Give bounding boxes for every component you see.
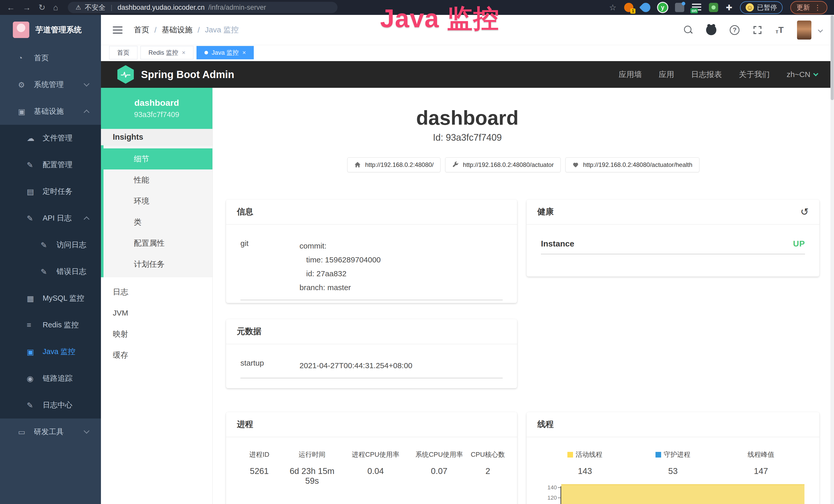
- sba-locale-select[interactable]: zh~CN: [787, 70, 817, 79]
- sidebar-item-infrastructure[interactable]: 基础设施: [0, 98, 101, 125]
- browser-update-button[interactable]: 更新: [790, 1, 827, 14]
- wrench-icon: [452, 161, 459, 168]
- extension-grid-icon[interactable]: [675, 3, 684, 12]
- sba-sidebar-item-jvm[interactable]: JVM: [101, 302, 213, 323]
- sidebar-item-system[interactable]: 系统管理: [0, 71, 101, 98]
- legend-item-live: 活动线程: [567, 450, 602, 459]
- puzzle-extension-icon[interactable]: [726, 3, 732, 12]
- health-url: http://192.168.0.2:48080/actuator/health: [583, 161, 693, 168]
- browser-reload-icon[interactable]: [39, 3, 45, 12]
- sidebar-item-home[interactable]: 首页: [0, 45, 101, 71]
- extension-colorpicker-icon[interactable]: 1: [624, 3, 633, 12]
- tab-java-monitor[interactable]: Java 监控 ×: [197, 46, 254, 59]
- sba-nav-about[interactable]: 关于我们: [739, 69, 770, 80]
- browser-home-icon[interactable]: [53, 3, 58, 12]
- process-card-body: 进程ID 运行时间 进程CPU使用率 系统CPU使用率 CPU核心数 5261 …: [226, 437, 517, 486]
- bookmark-star-icon[interactable]: [609, 3, 616, 12]
- breadcrumb-infrastructure[interactable]: 基础设施: [161, 25, 192, 35]
- sba-sidebar-item-caches[interactable]: 缓存: [101, 345, 213, 366]
- browser-menu-icon[interactable]: [814, 3, 821, 12]
- sidebar-item-api-logs[interactable]: API 日志: [0, 205, 101, 232]
- sidebar-item-config[interactable]: 配置管理: [0, 152, 101, 178]
- sidebar-item-error-logs[interactable]: 错误日志: [0, 258, 101, 285]
- page-subtitle: Id: 93a3fc7f7409: [157, 132, 778, 143]
- sidebar-item-java-monitor[interactable]: Java 监控: [0, 338, 101, 365]
- instance-heading: dashboard Id: 93a3fc7f7409: [157, 88, 778, 143]
- fullscreen-icon[interactable]: [753, 25, 762, 35]
- tab-home[interactable]: 首页: [109, 46, 137, 59]
- sidebar-item-mysql-monitor[interactable]: MySQL 监控: [0, 285, 101, 312]
- chart-y-axis: 140 120 100: [541, 483, 561, 504]
- sba-sidebar-item-config-props[interactable]: 配置属性: [104, 233, 213, 254]
- sba-sidebar-item-logs[interactable]: 日志: [101, 281, 213, 302]
- chevron-down-icon[interactable]: [818, 27, 823, 32]
- extension-list-icon[interactable]: on: [692, 4, 701, 11]
- app-logo: [13, 22, 29, 38]
- extension-y-icon[interactable]: y: [658, 3, 667, 12]
- live-threads-value: 143: [541, 466, 629, 476]
- sba-navbar: Spring Boot Admin 应用墙 应用 日志报表 关于我们 zh~CN: [101, 61, 834, 88]
- sba-sidebar-item-details[interactable]: 细节: [101, 148, 213, 169]
- sidebar-item-label: 访问日志: [57, 240, 86, 250]
- sba-nav-wallboard[interactable]: 应用墙: [618, 69, 642, 80]
- monitor-icon: [27, 347, 43, 357]
- sidebar-item-dev-tools[interactable]: 研发工具: [0, 418, 101, 445]
- help-icon[interactable]: ?: [730, 25, 740, 35]
- sba-sidebar-item-metrics[interactable]: 性能: [104, 169, 213, 190]
- git-branch-line: branch: master: [300, 281, 381, 295]
- browser-back-icon[interactable]: [7, 3, 15, 12]
- card-title: 元数据: [237, 326, 262, 337]
- app-sidebar: 芋道管理系统 首页 系统管理 基础设施 文件管理 配置管理: [0, 15, 101, 504]
- legend-item-daemon: 守护进程: [656, 450, 690, 459]
- sidebar-item-tracing[interactable]: 链路追踪: [0, 365, 101, 392]
- threads-legend: 活动线程 守护进程 线程峰值: [541, 450, 805, 459]
- github-icon[interactable]: [706, 25, 716, 35]
- sba-sidebar-item-mappings[interactable]: 映射: [101, 323, 213, 345]
- heartbeat-icon: [572, 161, 579, 168]
- chevron-down-icon: [84, 81, 90, 87]
- sidebar-item-label: 日志中心: [43, 400, 72, 410]
- threads-chart: 140 120 100: [541, 483, 805, 504]
- dashboard-icon: [18, 54, 34, 62]
- scrollbar-thumb[interactable]: [831, 16, 834, 100]
- cloud-upload-icon: [27, 134, 43, 143]
- extension-sprout-icon[interactable]: [709, 3, 718, 12]
- info-card-body: git commit: time: 1596289704000 id: 27aa…: [226, 225, 517, 300]
- history-icon[interactable]: [800, 207, 809, 217]
- chevron-up-icon: [84, 110, 90, 116]
- avatar[interactable]: [797, 21, 811, 40]
- hamburger-icon[interactable]: [113, 26, 123, 33]
- sba-nav-journal[interactable]: 日志报表: [691, 69, 722, 80]
- search-icon[interactable]: [684, 26, 693, 35]
- sba-sidebar-item-environment[interactable]: 环境: [104, 190, 213, 211]
- security-label: 不安全: [85, 3, 106, 12]
- process-card-header: 进程: [226, 412, 517, 437]
- tab-label: Java 监控: [212, 48, 239, 57]
- screen: 不安全 | dashboard.yudao.iocoder.cn/infra/a…: [0, 0, 834, 504]
- sba-sidebar-item-scheduled-tasks[interactable]: 计划任务: [104, 254, 213, 275]
- tab-redis-monitor[interactable]: Redis 监控 ×: [140, 46, 193, 59]
- sba-sidebar-item-classes[interactable]: 类: [104, 211, 213, 233]
- actuator-url-button[interactable]: http://192.168.0.2:48080/actuator: [445, 157, 561, 172]
- address-bar[interactable]: 不安全 | dashboard.yudao.iocoder.cn/infra/a…: [68, 2, 337, 13]
- sba-nav-applications[interactable]: 应用: [659, 69, 674, 80]
- paused-extension-pill[interactable]: 已暂停: [740, 1, 783, 14]
- health-url-button[interactable]: http://192.168.0.2:48080/actuator/health: [565, 157, 699, 172]
- uptime-value: 6d 23h 15m 59s: [282, 466, 342, 486]
- sidebar-item-scheduled-jobs[interactable]: 定时任务: [0, 178, 101, 205]
- font-size-icon[interactable]: тT: [775, 25, 784, 35]
- metadata-card-body: startup 2021-04-27T00:44:31.254+08:00: [226, 344, 517, 379]
- sidebar-item-log-center[interactable]: 日志中心: [0, 392, 101, 418]
- service-url-button[interactable]: http://192.168.0.2:48080/: [347, 157, 440, 172]
- sidebar-item-files[interactable]: 文件管理: [0, 125, 101, 152]
- sidebar-item-redis-monitor[interactable]: Redis 监控: [0, 312, 101, 338]
- extension-pin-icon[interactable]: [639, 1, 652, 14]
- close-icon[interactable]: ×: [242, 49, 246, 56]
- close-icon[interactable]: ×: [182, 49, 185, 56]
- actuator-url: http://192.168.0.2:48080/actuator: [463, 161, 554, 168]
- browser-forward-icon[interactable]: [23, 3, 31, 12]
- process-id-value: 5261: [236, 466, 282, 486]
- page-scrollbar[interactable]: [830, 15, 834, 504]
- sidebar-item-access-logs[interactable]: 访问日志: [0, 232, 101, 258]
- breadcrumb-home[interactable]: 首页: [134, 25, 149, 35]
